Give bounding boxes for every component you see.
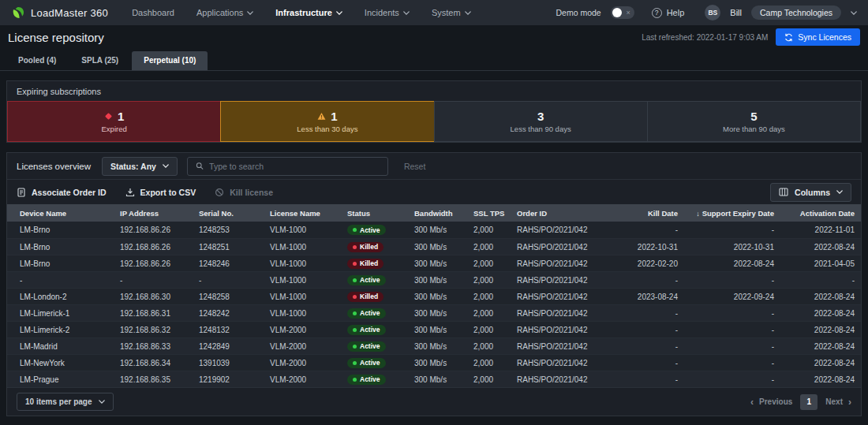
demo-mode-toggle[interactable]: ×	[611, 6, 634, 19]
user-name: Bill	[730, 8, 742, 17]
items-per-page-select[interactable]: 10 items per page	[17, 393, 114, 411]
cell-kill-date: 2022-02-20	[613, 259, 684, 268]
page-header: License repository Last refreshed: 2022-…	[0, 25, 868, 49]
table-row[interactable]: LM-London-2192.168.86.301248258VLM-1000K…	[7, 288, 861, 304]
nav-item-dashboard[interactable]: Dashboard	[132, 8, 174, 17]
status-dot-icon	[353, 245, 357, 249]
cell-activation: 2022-08-24	[780, 243, 861, 252]
table-row[interactable]: LM-Brno192.168.86.261248246VLM-1000Kille…	[7, 255, 861, 271]
status-filter-select[interactable]: Status: Any	[102, 157, 178, 176]
filter-row: Licenses overview Status: Any Reset	[7, 153, 861, 179]
expiring-card-more-than-90-days[interactable]: 5More than 90 days	[647, 101, 861, 142]
cell-license: VLM-1000	[264, 226, 341, 234]
cell-activation: 2022-08-24	[780, 309, 861, 318]
cell-order-id: RAHS/PO/2021/042	[511, 326, 613, 334]
expiring-card-less-than-30-days[interactable]: 1Less than 30 days	[220, 101, 434, 142]
column-header-device-name[interactable]: Device Name	[7, 209, 114, 218]
expiring-card-less-than-90-days[interactable]: 3Less than 90 days	[434, 101, 648, 142]
chevron-down-icon	[336, 11, 342, 15]
table-row[interactable]: LM-NewYork192.168.86.341391039VLM-2000Ac…	[7, 354, 861, 371]
column-header-serial-no[interactable]: Serial No.	[193, 209, 264, 218]
cell-device: LM-Brno	[7, 259, 114, 268]
cell-device: LM-Madrid	[7, 342, 114, 351]
cell-kill-date: -	[613, 309, 684, 318]
cell-kill-date: 2023-08-24	[613, 293, 684, 301]
table-row[interactable]: LM-Brno192.168.86.261248253VLM-1000Activ…	[7, 222, 861, 238]
export-to-csv-button[interactable]: Export to CSV	[125, 188, 196, 197]
expiring-label: More than 90 days	[723, 125, 785, 133]
column-header-ssl-tps[interactable]: SSL TPS	[467, 209, 511, 218]
page-header-right: Last refreshed: 2022-01-17 9:03 AM Sync …	[642, 28, 860, 46]
cell-bandwidth: 300 Mb/s	[408, 342, 467, 351]
columns-button[interactable]: Columns	[770, 183, 851, 202]
cell-license: VLM-1000	[264, 276, 341, 285]
last-refreshed-text: Last refreshed: 2022-01-17 9:03 AM	[642, 33, 768, 42]
sync-licences-button[interactable]: Sync Licences	[776, 28, 860, 46]
help-button[interactable]: ? Help	[652, 8, 685, 18]
reset-button[interactable]: Reset	[404, 162, 425, 171]
cell-activation: 2022-08-24	[780, 342, 861, 351]
expiring-count: 1	[118, 110, 124, 123]
next-page-button[interactable]: Next ›	[825, 397, 851, 408]
column-header-activation-date[interactable]: Activation Date	[780, 209, 861, 218]
column-header-license-name[interactable]: License Name	[264, 209, 341, 218]
cell-ssl-tps: 2,000	[467, 276, 511, 285]
cell-status: Active	[341, 225, 408, 235]
table-row[interactable]: LM-Prague192.168.86.351219902VLM-2000Act…	[7, 371, 861, 387]
cell-serial: 1248132	[193, 326, 264, 334]
status-dot-icon	[353, 378, 357, 382]
column-header-bandwidth[interactable]: Bandwidth	[408, 209, 467, 218]
table-toolbar: Associate Order ID Export to CSV Kill li…	[7, 179, 861, 204]
cell-ip: 192.168.86.32	[114, 326, 193, 334]
tab-pooled-4[interactable]: Pooled (4)	[6, 51, 68, 70]
table-row[interactable]: ---VLM-1000Active300 Mb/s2,000RAHS/PO/20…	[7, 271, 861, 288]
cell-serial: -	[193, 276, 264, 285]
kill-license-button[interactable]: Kill license	[215, 188, 273, 197]
cell-license: VLM-2000	[264, 326, 341, 334]
table-row[interactable]: LM-Limerick-2192.168.86.321248132VLM-200…	[7, 321, 861, 337]
cell-support-expiry: -	[684, 326, 780, 334]
chevron-down-icon[interactable]	[851, 11, 857, 15]
nav-item-incidents[interactable]: Incidents	[365, 8, 410, 17]
cell-order-id: RAHS/PO/2021/042	[511, 259, 613, 268]
cell-support-expiry: -	[684, 276, 780, 285]
cell-bandwidth: 300 Mb/s	[408, 276, 467, 285]
search-box[interactable]	[187, 157, 388, 176]
current-page-button[interactable]: 1	[800, 394, 817, 410]
column-header-order-id[interactable]: Order ID	[511, 209, 613, 218]
licenses-overview-panel: Licenses overview Status: Any Reset Asso…	[6, 152, 862, 416]
table-row[interactable]: LM-Limerick-1192.168.86.311248242VLM-100…	[7, 304, 861, 321]
associate-order-id-label: Associate Order ID	[32, 188, 107, 197]
table-body: LM-Brno192.168.86.261248253VLM-1000Activ…	[7, 222, 861, 387]
license-type-tabs: Pooled (4)SPLA (25)Perpetual (10)	[0, 49, 868, 71]
chevron-down-icon	[247, 11, 253, 15]
status-dot-icon	[353, 328, 357, 332]
brand[interactable]: LoadMaster 360	[11, 6, 108, 20]
expiring-count: 1	[331, 110, 337, 123]
status-dot-icon	[353, 311, 357, 315]
column-header-ip-address[interactable]: IP Address	[114, 209, 193, 218]
expiring-card-expired[interactable]: 1Expired	[7, 101, 221, 142]
chevron-down-icon	[163, 164, 169, 168]
previous-page-button[interactable]: ‹ Previous	[750, 397, 792, 408]
nav-item-system[interactable]: System	[432, 8, 471, 17]
org-selector[interactable]: Camp Technologies	[751, 6, 841, 20]
cell-bandwidth: 300 Mb/s	[408, 243, 467, 252]
cell-ip: 192.168.86.35	[114, 375, 193, 384]
avatar[interactable]: BS	[705, 5, 720, 21]
tab-spla-25[interactable]: SPLA (25)	[69, 51, 130, 70]
column-header-support-expiry-date[interactable]: ↓Support Expiry Date	[684, 209, 780, 218]
cell-ip: 192.168.86.26	[114, 243, 193, 252]
column-header-status[interactable]: Status	[341, 209, 408, 218]
cell-ip: -	[114, 276, 193, 285]
status-filter-value: Status: Any	[110, 162, 156, 171]
nav-item-applications[interactable]: Applications	[196, 8, 253, 17]
cell-device: LM-Limerick-1	[7, 309, 114, 318]
table-row[interactable]: LM-Madrid192.168.86.331242849VLM-2000Act…	[7, 337, 861, 354]
tab-perpetual-10[interactable]: Perpetual (10)	[132, 51, 208, 70]
column-header-kill-date[interactable]: Kill Date	[613, 209, 684, 218]
nav-item-infrastructure[interactable]: Infrastructure	[275, 8, 342, 17]
search-input[interactable]	[209, 162, 380, 171]
table-row[interactable]: LM-Brno192.168.86.261248251VLM-1000Kille…	[7, 238, 861, 255]
associate-order-id-button[interactable]: Associate Order ID	[17, 188, 107, 197]
